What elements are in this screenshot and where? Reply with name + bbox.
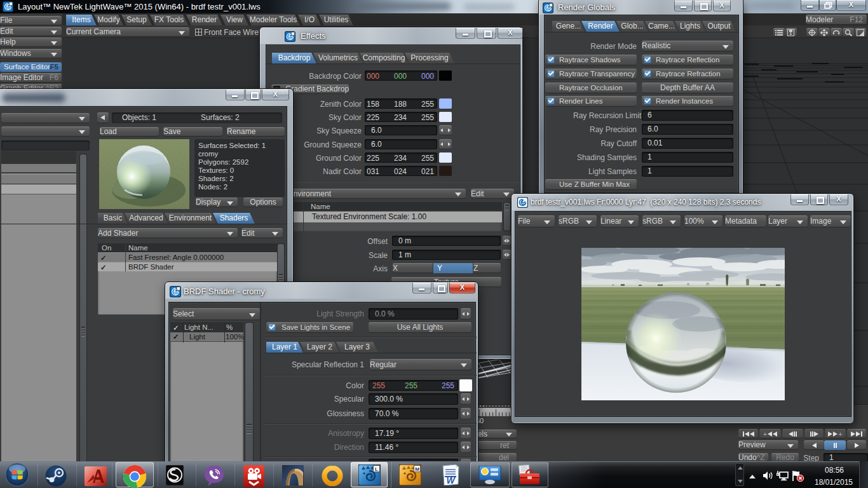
- svg-text:W: W: [446, 475, 456, 485]
- svg-text:M: M: [415, 466, 419, 472]
- svg-text:L: L: [375, 466, 378, 472]
